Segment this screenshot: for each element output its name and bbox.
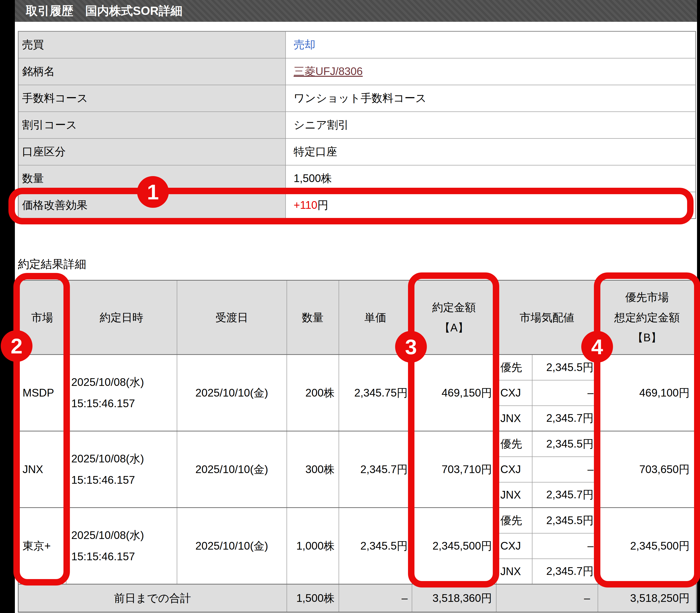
quote-value: – xyxy=(532,533,598,559)
total-exec-amount: 3,518,360円 xyxy=(412,584,496,612)
quote-value: 2,345.7円 xyxy=(532,559,598,584)
quote-label: 優先 xyxy=(496,431,532,457)
fee-course-value: ワンショット手数料コース xyxy=(285,85,696,112)
quantity-cell: 1,000株 xyxy=(287,508,339,584)
quote-value: – xyxy=(532,457,598,482)
price-improvement-value: +110円 xyxy=(285,192,696,219)
annotation-marker-1: 1 xyxy=(137,176,169,208)
settlement-date-cell: 2025/10/10(金) xyxy=(177,508,287,584)
exec-datetime-cell: 2025/10/08(水) 15:15:46.157 xyxy=(66,508,177,584)
settlement-date-cell: 2025/10/10(金) xyxy=(177,431,287,508)
table-row: JNX 2025/10/08(水) 15:15:46.157 2025/10/1… xyxy=(18,431,697,457)
total-label: 前日までの合計 xyxy=(18,584,287,612)
quote-value: 2,345.7円 xyxy=(532,406,598,431)
exec-amount-cell: 703,710円 xyxy=(412,431,496,508)
table-row: 手数料コース ワンショット手数料コース xyxy=(18,85,696,112)
stock-name-link[interactable]: 三菱UFJ/8306 xyxy=(294,65,363,77)
quote-label: CXJ xyxy=(496,533,532,559)
col-header-exec-datetime: 約定日時 xyxy=(66,281,177,355)
market-cell: JNX xyxy=(18,431,66,508)
page-right-border xyxy=(697,0,700,613)
order-summary-table: 売買 売却 銘柄名 三菱UFJ/8306 手数料コース ワンショット手数料コース… xyxy=(18,31,696,219)
quantity-cell: 300株 xyxy=(287,431,339,508)
priority-amount-cell: 469,100円 xyxy=(598,355,697,431)
execution-results-table: 市場 約定日時 受渡日 数量 単価 約定金額 【A】 市場気配値 優先市場 想定… xyxy=(18,280,697,613)
row-label-fee-course: 手数料コース xyxy=(18,85,285,112)
exec-amount-cell: 2,345,500円 xyxy=(412,508,496,584)
exec-amount-cell: 469,150円 xyxy=(412,355,496,431)
quote-label: 優先 xyxy=(496,508,532,533)
unit-price-cell: 2,345.5円 xyxy=(339,508,412,584)
priority-amount-cell: 703,650円 xyxy=(598,431,697,508)
table-row: 東京+ 2025/10/08(水) 15:15:46.157 2025/10/1… xyxy=(18,508,697,533)
page-left-border xyxy=(0,0,15,613)
unit-price-cell: 2,345.75円 xyxy=(339,355,412,431)
quote-value: 2,345.5円 xyxy=(532,431,598,457)
account-type-value: 特定口座 xyxy=(285,139,696,165)
price-improvement-amount: +110 xyxy=(294,199,318,211)
table-row: 数量 1,500株 xyxy=(18,165,696,192)
row-label-side: 売買 xyxy=(18,31,285,58)
quote-label: JNX xyxy=(496,482,532,508)
total-priority-amount: 3,518,250円 xyxy=(598,584,697,612)
annotation-marker-2: 2 xyxy=(1,330,33,362)
table-row: 価格改善効果 +110円 xyxy=(18,192,696,219)
quantity-value: 1,500株 xyxy=(285,165,696,192)
side-value: 売却 xyxy=(294,38,316,51)
annotation-marker-3: 3 xyxy=(395,331,427,363)
quantity-cell: 200株 xyxy=(287,355,339,431)
quote-value: 2,345.5円 xyxy=(532,508,598,533)
total-quantity: 1,500株 xyxy=(287,584,339,612)
annotation-marker-4: 4 xyxy=(581,331,613,363)
execution-results-section-title: 約定結果詳細 xyxy=(18,257,86,272)
quote-label: JNX xyxy=(496,559,532,584)
price-improvement-unit: 円 xyxy=(317,199,328,211)
quote-value: 2,345.7円 xyxy=(532,482,598,508)
col-header-quantity: 数量 xyxy=(287,281,339,355)
quote-label: CXJ xyxy=(496,457,532,482)
table-row: 口座区分 特定口座 xyxy=(18,139,696,165)
quote-label: JNX xyxy=(496,406,532,431)
row-label-account-type: 口座区分 xyxy=(18,139,285,165)
sor-detail-page: { "page": { "title": "取引履歴 国内株式SOR詳細" },… xyxy=(0,0,700,613)
quote-label: CXJ xyxy=(496,380,532,406)
col-header-settlement-date: 受渡日 xyxy=(177,281,287,355)
row-label-discount-course: 割引コース xyxy=(18,112,285,139)
table-row: 銘柄名 三菱UFJ/8306 xyxy=(18,58,696,85)
row-label-stock-name: 銘柄名 xyxy=(18,58,285,85)
quote-label: 優先 xyxy=(496,355,532,380)
total-market-quote: – xyxy=(496,584,598,612)
unit-price-cell: 2,345.7円 xyxy=(339,431,412,508)
market-cell: 東京+ xyxy=(18,508,66,584)
page-title-bar: 取引履歴 国内株式SOR詳細 xyxy=(15,0,697,22)
total-unit-price: – xyxy=(339,584,412,612)
exec-datetime-cell: 2025/10/08(水) 15:15:46.157 xyxy=(66,355,177,431)
total-row: 前日までの合計 1,500株 – 3,518,360円 – 3,518,250円 xyxy=(18,584,697,612)
exec-datetime-cell: 2025/10/08(水) 15:15:46.157 xyxy=(66,431,177,508)
table-row: 売買 売却 xyxy=(18,31,696,58)
settlement-date-cell: 2025/10/10(金) xyxy=(177,355,287,431)
table-row: 割引コース シニア割引 xyxy=(18,112,696,139)
market-cell: MSDP xyxy=(18,355,66,431)
discount-course-value: シニア割引 xyxy=(285,112,696,139)
priority-amount-cell: 2,345,500円 xyxy=(598,508,697,584)
quote-value: – xyxy=(532,380,598,406)
page-title: 取引履歴 国内株式SOR詳細 xyxy=(26,3,182,19)
